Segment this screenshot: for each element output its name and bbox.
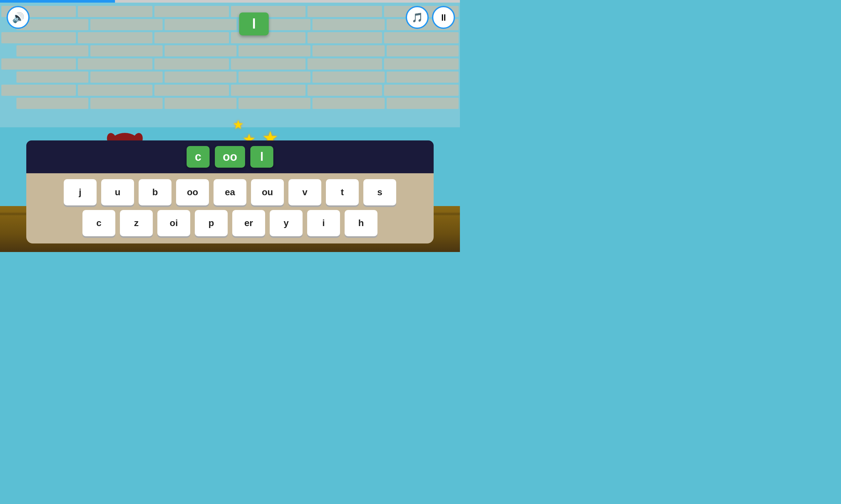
key-s[interactable]: s — [363, 179, 396, 205]
keyboard-area: jubooeaouvts czoiperyih — [26, 173, 434, 244]
brick-wall — [0, 3, 460, 127]
music-button[interactable]: 🎵 — [406, 6, 429, 29]
key-ou[interactable]: ou — [251, 179, 284, 205]
word-tile-0: c — [187, 146, 210, 168]
music-icon: 🎵 — [412, 12, 423, 23]
floating-letter-text: l — [252, 16, 256, 32]
word-tile-2: l — [250, 146, 273, 168]
key-b[interactable]: b — [139, 179, 171, 205]
pause-icon: ⏸ — [439, 12, 448, 23]
word-tile-1: oo — [215, 146, 245, 168]
word-bar: c oo l — [26, 141, 434, 173]
key-u[interactable]: u — [101, 179, 134, 205]
key-c[interactable]: c — [83, 210, 115, 236]
key-row-2: czoiperyih — [33, 210, 427, 236]
key-y[interactable]: y — [270, 210, 303, 236]
key-z[interactable]: z — [120, 210, 153, 236]
progress-bar-container — [0, 0, 460, 3]
key-oi[interactable]: oi — [157, 210, 190, 236]
bottom-panel: c oo l jubooeaouvts czoiperyih — [0, 141, 460, 252]
key-t[interactable]: t — [326, 179, 359, 205]
sound-icon: 🔊 — [12, 12, 24, 23]
pause-button[interactable]: ⏸ — [432, 6, 455, 29]
key-er[interactable]: er — [232, 210, 265, 236]
key-row-1: jubooeaouvts — [33, 179, 427, 205]
key-v[interactable]: v — [289, 179, 321, 205]
key-i[interactable]: i — [307, 210, 340, 236]
key-h[interactable]: h — [345, 210, 377, 236]
key-oo[interactable]: oo — [176, 179, 209, 205]
key-p[interactable]: p — [195, 210, 228, 236]
key-j[interactable]: j — [64, 179, 97, 205]
key-ea[interactable]: ea — [213, 179, 246, 205]
floating-letter-card: l — [239, 13, 269, 35]
progress-bar-fill — [0, 0, 115, 3]
sound-button[interactable]: 🔊 — [6, 6, 30, 29]
